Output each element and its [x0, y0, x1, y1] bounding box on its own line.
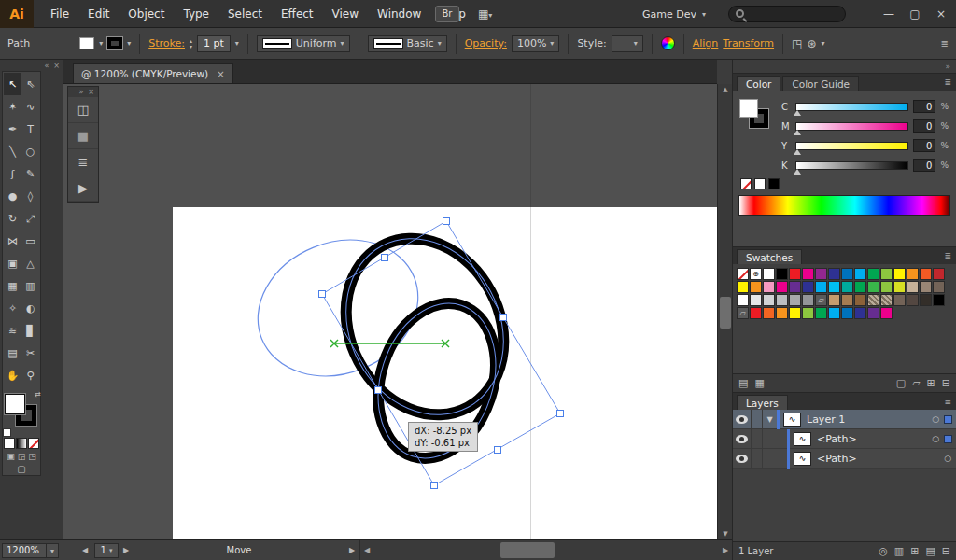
menu-edit[interactable]: Edit: [78, 0, 119, 28]
white-swatch[interactable]: [754, 178, 766, 189]
swatch[interactable]: [815, 281, 827, 293]
swatch[interactable]: [867, 268, 879, 280]
layers-row-layer[interactable]: ▼∿Layer 1○: [733, 410, 956, 429]
delete-selection-icon[interactable]: ⊟: [942, 545, 950, 557]
free-transform-tool[interactable]: ▭: [21, 230, 39, 252]
swatch[interactable]: [776, 268, 788, 280]
color-panel-menu-icon[interactable]: ≣: [944, 77, 951, 87]
pencil-tool[interactable]: ✎: [21, 162, 39, 185]
swatch[interactable]: [828, 268, 840, 280]
artwork-path-1[interactable]: [316, 211, 533, 442]
rotate-tool[interactable]: ↻: [4, 207, 21, 230]
close-tab-icon[interactable]: ×: [217, 69, 224, 79]
swatch-libraries-icon[interactable]: ▤: [738, 377, 748, 389]
menu-select[interactable]: Select: [218, 0, 272, 28]
new-sublayer-icon[interactable]: ⊞: [910, 545, 919, 557]
draw-inside-icon[interactable]: ◳: [27, 452, 37, 461]
channel-slider[interactable]: [795, 161, 908, 170]
layer-name[interactable]: <Path>: [817, 433, 932, 445]
selection-color-chip[interactable]: [944, 415, 952, 424]
swatch[interactable]: [841, 307, 853, 319]
slider-handle-icon[interactable]: [794, 110, 801, 116]
swatch[interactable]: [776, 307, 788, 319]
swatch[interactable]: [737, 281, 749, 293]
tab-color[interactable]: Color: [737, 76, 780, 91]
minimize-button[interactable]: —: [876, 7, 902, 21]
swatch[interactable]: [815, 268, 827, 280]
select-similar-icon[interactable]: ⊛: [807, 37, 816, 50]
control-panel-menu-icon[interactable]: ≣: [941, 38, 949, 49]
swatch[interactable]: [920, 268, 932, 280]
status-display[interactable]: Move: [134, 540, 344, 560]
scroll-down-icon[interactable]: ▼: [718, 528, 733, 539]
column-graph-tool[interactable]: ▊: [21, 319, 39, 342]
perspective-grid-tool[interactable]: △: [21, 252, 39, 274]
stroke-panel-link[interactable]: Stroke:: [148, 37, 185, 49]
slice-tool[interactable]: ✂: [21, 342, 39, 364]
target-circle-icon[interactable]: ○: [932, 434, 939, 443]
slider-handle-icon[interactable]: [794, 130, 801, 135]
swatch[interactable]: [933, 281, 945, 293]
vertical-scrollbar[interactable]: ▲ ▼: [717, 84, 732, 539]
draw-normal-icon[interactable]: ▣: [6, 452, 16, 461]
swatch-kinds-icon[interactable]: ▦: [754, 377, 764, 389]
swatch[interactable]: [789, 268, 801, 280]
gradient-button[interactable]: [16, 438, 27, 449]
tab-color-guide[interactable]: Color Guide: [782, 76, 859, 91]
mesh-tool[interactable]: ▦: [4, 274, 21, 297]
symbol-sprayer-tool[interactable]: ≋: [4, 319, 21, 342]
layers-row-path[interactable]: ∿<Path>○: [733, 429, 956, 449]
prev-artboard-icon[interactable]: ◀: [77, 546, 92, 554]
slider-handle-icon[interactable]: [794, 149, 801, 155]
menu-object[interactable]: Object: [119, 0, 174, 28]
chevron-down-icon[interactable]: ▾: [127, 39, 131, 48]
vertical-scroll-thumb[interactable]: [720, 297, 731, 329]
artboard-tool[interactable]: ▤: [4, 342, 21, 364]
transform-panel-link[interactable]: Transform: [723, 37, 774, 49]
channel-slider[interactable]: [795, 142, 908, 150]
swatch[interactable]: [763, 307, 775, 319]
style-dropdown[interactable]: ▾: [612, 35, 643, 52]
arrange-documents-icon[interactable]: ▦▾: [478, 7, 492, 21]
swatch[interactable]: [763, 268, 775, 280]
swatch[interactable]: [841, 294, 853, 306]
swatch[interactable]: [907, 294, 919, 306]
channel-value-input[interactable]: 0: [913, 159, 935, 172]
canvas-area[interactable]: dX: -8.25 px dY: -0.61 px: [63, 84, 717, 539]
magic-wand-tool[interactable]: ✶: [4, 95, 21, 118]
stroke-weight-value[interactable]: 1 pt: [197, 35, 231, 52]
width-tool[interactable]: ⋈: [4, 230, 21, 252]
swatch[interactable]: [880, 281, 893, 293]
horizontal-scroll-thumb[interactable]: [500, 542, 555, 558]
expand-triangle-icon[interactable]: ▼: [763, 415, 777, 424]
actions-panel-icon[interactable]: ▶: [68, 175, 98, 202]
swatch[interactable]: [828, 294, 840, 306]
horizontal-scrollbar[interactable]: ◀ ▶: [359, 540, 732, 560]
layers-panel-menu-icon[interactable]: ≣: [944, 397, 951, 406]
menu-view[interactable]: View: [323, 0, 368, 28]
fill-color-indicator[interactable]: [739, 99, 758, 118]
lock-toggle-cell[interactable]: [752, 429, 763, 449]
type-tool[interactable]: T: [21, 118, 39, 140]
swatch[interactable]: [841, 268, 853, 280]
swatch[interactable]: [880, 268, 893, 280]
swatch-none[interactable]: [737, 268, 749, 280]
swatch[interactable]: [802, 281, 814, 293]
slider-handle-icon[interactable]: [794, 169, 801, 175]
lock-toggle-cell[interactable]: [752, 449, 763, 469]
none-button[interactable]: [28, 438, 39, 449]
zoom-level-input[interactable]: 1200%: [2, 543, 47, 558]
opacity-dropdown[interactable]: 100% ▾: [512, 35, 559, 52]
new-color-group-icon[interactable]: ▱: [912, 377, 920, 389]
channel-value-input[interactable]: 0: [913, 139, 935, 152]
swatch[interactable]: [750, 294, 762, 306]
blend-tool[interactable]: ◐: [21, 297, 39, 319]
new-layer-icon[interactable]: ▤: [925, 545, 935, 557]
swatch[interactable]: [854, 294, 866, 306]
align-panel-link[interactable]: Align: [693, 37, 719, 49]
zoom-tool[interactable]: ⚲: [21, 364, 39, 386]
target-circle-icon[interactable]: ○: [932, 414, 939, 424]
swatch[interactable]: [776, 294, 788, 306]
channel-slider[interactable]: [795, 103, 908, 111]
shape-builder-tool[interactable]: ▣: [4, 252, 21, 274]
